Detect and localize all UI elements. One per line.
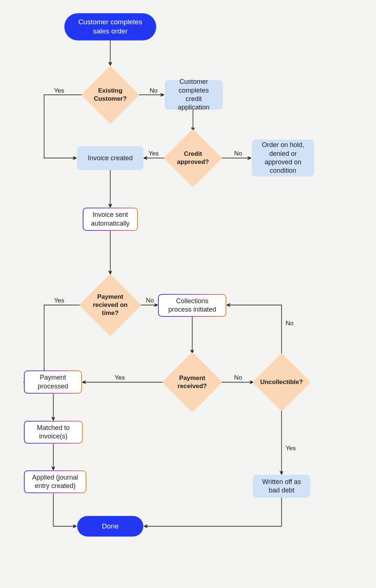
payment-on-time-decision: Payment recieved on time? (88, 283, 132, 327)
payment-received-label: Payment received? (175, 374, 210, 390)
order-hold-label: Order on hold, denied or approved on con… (258, 141, 308, 175)
uncollectible-decision: Uncollectible? (261, 362, 302, 403)
credit-application-node: Customer completes credit application (165, 80, 223, 110)
collections-label: Collections process initiated (165, 297, 220, 314)
start-label: Customer completes sales order (70, 18, 150, 36)
applied-label: Applied (journal entry created) (31, 473, 80, 491)
edge-received-no: No (233, 374, 243, 381)
done-label: Done (102, 522, 118, 531)
collections-node: Collections process initiated (158, 294, 226, 317)
invoice-sent-label: Invoice sent automatically (89, 211, 131, 228)
payment-received-decision: Payment received? (171, 361, 214, 404)
edge-credit-no: No (233, 150, 243, 157)
invoice-created-node: Invoice created (77, 146, 143, 170)
written-off-node: Written off as bad debt (253, 475, 310, 498)
uncollectible-label: Uncollectible? (260, 378, 303, 386)
edge-uncollectible-yes: Yes (285, 445, 297, 452)
edge-received-yes: Yes (114, 374, 126, 381)
credit-approved-label: Credit approved? (176, 150, 210, 166)
payment-processed-label: Payment processed (31, 373, 75, 391)
edge-uncollectible-no: No (285, 320, 294, 327)
payment-processed-node: Payment processed (24, 370, 82, 394)
edge-credit-yes: Yes (148, 150, 160, 157)
edge-existing-no: No (149, 87, 158, 94)
order-hold-node: Order on hold, denied or approved on con… (252, 140, 314, 176)
credit-application-label: Customer completes credit application (171, 78, 217, 112)
invoice-sent-node: Invoice sent automatically (83, 208, 138, 231)
edge-existing-yes: Yes (53, 87, 65, 94)
start-node: Customer completes sales order (64, 13, 156, 40)
existing-customer-decision: Existing Customer? (90, 74, 131, 115)
payment-on-time-label: Payment recieved on time? (92, 293, 129, 317)
credit-approved-decision: Credit approved? (172, 137, 214, 179)
matched-node: Matched to invoice(s) (24, 421, 83, 444)
edge-ontime-no: No (145, 297, 155, 304)
invoice-created-label: Invoice created (88, 154, 133, 162)
written-off-label: Written off as bad debt (259, 478, 304, 495)
done-node: Done (77, 516, 143, 537)
matched-label: Matched to invoice(s) (31, 424, 76, 441)
existing-customer-label: Existing Customer? (93, 87, 127, 103)
applied-node: Applied (journal entry created) (24, 470, 86, 493)
edge-ontime-yes: Yes (53, 297, 65, 304)
